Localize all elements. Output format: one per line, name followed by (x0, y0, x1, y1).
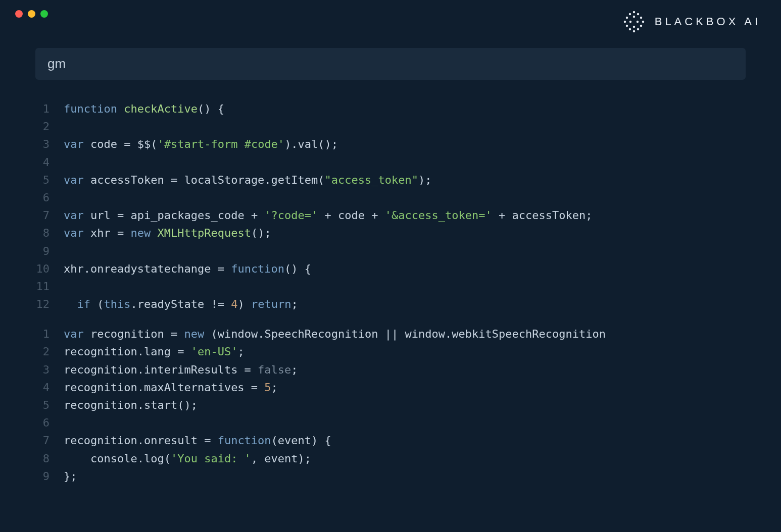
brand-name: BLACKBOX AI (655, 15, 761, 28)
svg-point-5 (640, 17, 642, 19)
code-token: xhr = (84, 227, 131, 239)
code-block: 1var recognition = new (window.SpeechRec… (35, 325, 746, 485)
code-token: ; (271, 381, 278, 394)
svg-point-13 (629, 28, 631, 30)
line-content: recognition.lang = 'en-US'; (64, 343, 746, 360)
code-token (117, 102, 124, 115)
svg-point-2 (637, 13, 639, 15)
code-token: () { (284, 262, 311, 275)
svg-point-4 (633, 16, 635, 18)
code-token (64, 298, 77, 310)
minimize-window-button[interactable] (28, 10, 35, 18)
code-token: recognition.maxAlternatives = (64, 381, 264, 394)
code-token: recognition = (84, 328, 184, 340)
code-token: xhr.onreadystatechange = (64, 262, 231, 275)
line-number: 8 (35, 224, 64, 242)
code-line[interactable]: 7recognition.onresult = function(event) … (35, 432, 746, 449)
line-number: 2 (35, 118, 64, 135)
code-token: recognition.interimResults = (64, 363, 258, 376)
code-token: var (64, 138, 84, 150)
code-line[interactable]: 1var recognition = new (window.SpeechRec… (35, 325, 746, 343)
code-token: recognition.start(); (64, 399, 198, 411)
code-token: function (218, 434, 271, 447)
line-number: 5 (35, 396, 64, 414)
svg-point-11 (633, 26, 635, 28)
code-token: url = api_packages_code + (84, 209, 265, 222)
code-token: XMLHttpRequest (157, 227, 251, 239)
line-number: 3 (35, 361, 64, 379)
code-token: '&access_token=' (385, 209, 492, 222)
code-token: (window.SpeechRecognition || window.webk… (204, 328, 606, 340)
code-token: 4 (231, 298, 237, 310)
line-number: 1 (35, 100, 64, 118)
code-token: function (64, 102, 117, 115)
code-token: .readyState != (130, 298, 231, 310)
code-token: (); (251, 227, 271, 239)
brand-logo: BLACKBOX AI (621, 9, 761, 34)
close-window-button[interactable] (15, 10, 23, 18)
code-token: this (104, 298, 131, 310)
code-line[interactable]: 12 if (this.readyState != 4) return; (35, 295, 746, 313)
line-content: if (this.readyState != 4) return; (64, 295, 746, 313)
code-token: var (64, 227, 84, 239)
code-token: ; (237, 345, 244, 358)
code-token: function (231, 262, 284, 275)
code-token: accessToken = localStorage.getItem( (84, 174, 325, 186)
code-token: checkActive (124, 102, 198, 115)
code-line[interactable]: 10xhr.onreadystatechange = function() { (35, 260, 746, 278)
svg-point-8 (637, 21, 639, 23)
line-content: xhr.onreadystatechange = function() { (64, 260, 746, 278)
line-number: 10 (35, 260, 64, 278)
code-token: () { (198, 102, 224, 115)
code-token: 'You said: ' (171, 452, 251, 465)
code-line[interactable]: 5var accessToken = localStorage.getItem(… (35, 171, 746, 189)
brand-dots-icon (621, 9, 647, 34)
code-line[interactable]: 3var code = $$('#start-form #code').val(… (35, 135, 746, 153)
svg-point-9 (642, 21, 644, 23)
code-token: + accessToken; (492, 209, 593, 222)
line-number: 9 (35, 242, 64, 260)
code-token: "access_token" (325, 174, 418, 186)
search-input[interactable]: gm (35, 48, 746, 80)
code-token: , event); (251, 452, 311, 465)
code-line[interactable]: 4recognition.maxAlternatives = 5; (35, 379, 746, 396)
line-number: 6 (35, 189, 64, 206)
code-line[interactable]: 9}; (35, 467, 746, 485)
code-token: ) (237, 298, 251, 310)
code-token: '#start-form #code' (157, 138, 284, 150)
code-line[interactable]: 6 (35, 414, 746, 432)
line-content: recognition.onresult = function(event) { (64, 432, 746, 449)
line-number: 4 (35, 153, 64, 171)
code-line[interactable]: 1function checkActive() { (35, 100, 746, 118)
code-line[interactable]: 6 (35, 189, 746, 206)
maximize-window-button[interactable] (40, 10, 48, 18)
line-number: 8 (35, 450, 64, 467)
svg-point-12 (640, 25, 642, 27)
line-content: var code = $$('#start-form #code').val()… (64, 135, 746, 153)
code-line[interactable]: 8 console.log('You said: ', event); (35, 450, 746, 467)
code-line[interactable]: 7var url = api_packages_code + '?code=' … (35, 206, 746, 224)
code-token: ); (418, 174, 432, 186)
svg-point-7 (629, 21, 631, 23)
code-line[interactable]: 9 (35, 242, 746, 260)
line-number: 6 (35, 414, 64, 432)
code-token: ( (90, 298, 104, 310)
code-line[interactable]: 5recognition.start(); (35, 396, 746, 414)
code-line[interactable]: 2 (35, 118, 746, 135)
line-number: 7 (35, 432, 64, 449)
code-line[interactable]: 3recognition.interimResults = false; (35, 361, 746, 379)
code-line[interactable]: 2recognition.lang = 'en-US'; (35, 343, 746, 360)
code-token: if (77, 298, 91, 310)
line-content: var url = api_packages_code + '?code=' +… (64, 206, 746, 224)
code-token: console.log( (64, 452, 171, 465)
code-token: (event) { (271, 434, 331, 447)
code-line[interactable]: 11 (35, 278, 746, 295)
code-token: var (64, 174, 84, 186)
line-number: 12 (35, 295, 64, 313)
line-content: var accessToken = localStorage.getItem("… (64, 171, 746, 189)
line-number: 2 (35, 343, 64, 360)
svg-point-1 (629, 13, 631, 15)
line-content: recognition.interimResults = false; (64, 361, 746, 379)
code-line[interactable]: 8var xhr = new XMLHttpRequest(); (35, 224, 746, 242)
code-line[interactable]: 4 (35, 153, 746, 171)
